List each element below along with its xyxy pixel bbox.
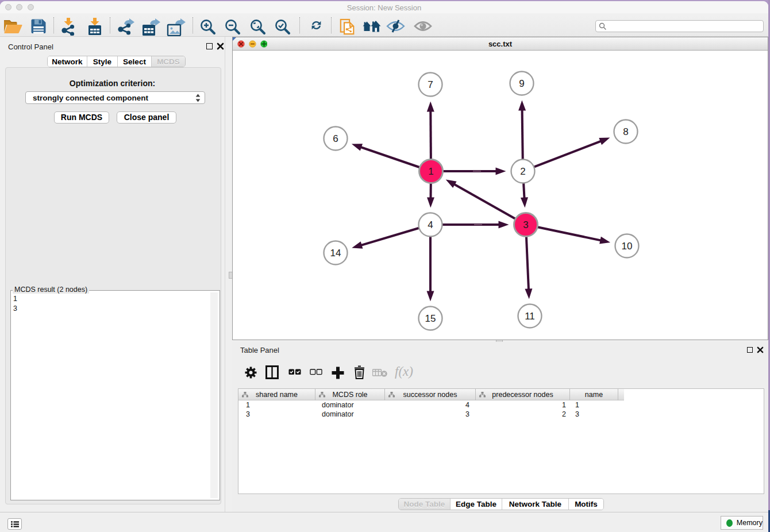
svg-text:10: 10 (622, 241, 633, 252)
svg-text:7: 7 (428, 79, 433, 90)
svg-text:2: 2 (520, 166, 525, 177)
svg-text:6: 6 (333, 133, 338, 144)
svg-text:3: 3 (523, 219, 528, 230)
svg-text:4: 4 (428, 219, 433, 230)
svg-text:15: 15 (425, 313, 436, 324)
svg-text:8: 8 (623, 126, 628, 137)
svg-text:9: 9 (519, 78, 524, 89)
svg-text:1: 1 (428, 166, 433, 177)
svg-text:14: 14 (330, 248, 341, 259)
svg-text:11: 11 (525, 311, 535, 322)
